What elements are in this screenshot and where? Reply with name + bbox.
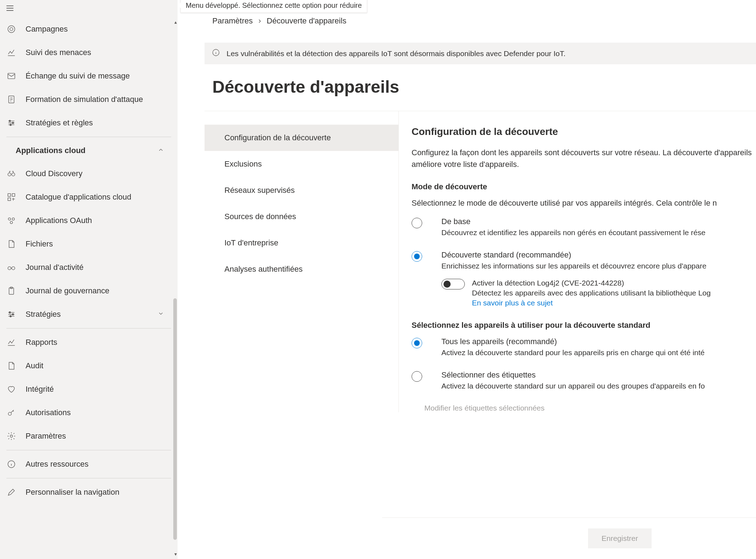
nav-label: Personnaliser la navigation xyxy=(26,488,119,497)
detail-heading: Configuration de la découverte xyxy=(412,126,756,137)
nav-group-label: Applications cloud xyxy=(16,146,86,155)
clipboard-icon xyxy=(6,286,16,296)
subnav-sources[interactable]: Sources de données xyxy=(205,203,398,230)
spectacles-icon xyxy=(6,262,16,272)
radio-basic[interactable] xyxy=(412,218,422,228)
mail-swap-icon xyxy=(6,71,16,81)
detail-panel: Configuration de la découverte Configure… xyxy=(398,111,756,412)
subnav-exclusions[interactable]: Exclusions xyxy=(205,151,398,177)
nav-divider xyxy=(6,450,171,450)
scope-option-all[interactable]: Tous les appareils (recommandé) Activez … xyxy=(412,337,756,357)
nav-item-personnaliser-nav[interactable]: Personnaliser la navigation xyxy=(6,481,171,504)
target-icon xyxy=(6,24,16,34)
scroll-arrow-down-icon[interactable]: ▾ xyxy=(174,551,177,557)
nav-item-integrite[interactable]: Intégrité xyxy=(6,378,171,401)
nav-label: Journal d'activité xyxy=(26,263,83,272)
chevron-right-icon: › xyxy=(259,16,261,26)
subnav-reseaux[interactable]: Réseaux supervisés xyxy=(205,177,398,203)
mode-option-basic[interactable]: De base Découvrez et identifiez les appa… xyxy=(412,217,756,237)
tooltip-text: Menu développé. Sélectionnez cette optio… xyxy=(186,1,362,9)
nav-item-journal-gouvernance[interactable]: Journal de gouvernance xyxy=(6,279,171,303)
nav-label: Journal de gouvernance xyxy=(26,286,109,295)
radio-standard[interactable] xyxy=(412,251,422,262)
gear-icon xyxy=(6,431,16,441)
option-title: Sélectionner des étiquettes xyxy=(441,370,705,380)
nav-item-oauth-apps[interactable]: Applications OAuth xyxy=(6,209,171,232)
nav-item-journal-activite[interactable]: Journal d'activité xyxy=(6,256,171,279)
heart-icon xyxy=(6,384,16,394)
nav-item-parametres[interactable]: Paramètres xyxy=(6,424,171,448)
doc-arrow-icon xyxy=(6,94,16,104)
nav-divider xyxy=(6,478,171,478)
breadcrumb-root[interactable]: Paramètres xyxy=(212,16,253,26)
subnav-configuration[interactable]: Configuration de la découverte xyxy=(205,125,398,151)
nav-item-catalogue-apps[interactable]: Catalogue d'applications cloud xyxy=(6,185,171,209)
toggle-title: Activer la détection Log4j2 (CVE-2021-44… xyxy=(472,279,711,287)
file-icon xyxy=(6,361,16,371)
option-desc: Enrichissez les informations sur les app… xyxy=(441,262,711,270)
nav-item-strategies[interactable]: Stratégies xyxy=(6,303,171,326)
oauth-icon xyxy=(6,216,16,226)
chevron-down-icon xyxy=(158,310,164,319)
info-icon xyxy=(212,48,220,59)
option-title: Tous les appareils (recommandé) xyxy=(441,337,705,346)
nav-item-campagnes[interactable]: Campagnes xyxy=(6,17,171,41)
option-desc: Découvrez et identifiez les appareils no… xyxy=(441,228,706,237)
nav-item-autorisations[interactable]: Autorisations xyxy=(6,401,171,424)
nav-item-echange-message[interactable]: Échange du suivi de message xyxy=(6,64,171,88)
binoculars-icon xyxy=(6,169,16,179)
mode-option-standard[interactable]: Découverte standard (recommandée) Enrich… xyxy=(412,250,756,307)
sliders-icon xyxy=(6,118,16,128)
nav-group-applications-cloud[interactable]: Applications cloud xyxy=(6,139,171,162)
log4j-toggle[interactable] xyxy=(441,279,465,289)
nav-item-suivi-menaces[interactable]: Suivi des menaces xyxy=(6,41,171,64)
save-button[interactable]: Enregistrer xyxy=(588,528,652,548)
page-title: Découverte d'appareils xyxy=(178,64,756,111)
nav-label: Autorisations xyxy=(26,408,71,417)
subnav-analyses[interactable]: Analyses authentifiées xyxy=(205,256,398,282)
nav-label: Suivi des menaces xyxy=(26,48,91,57)
edit-tags-link: Modifier les étiquettes sélectionnées xyxy=(424,404,756,412)
nav-item-strategies-regles[interactable]: Stratégies et règles xyxy=(6,111,171,135)
nav-item-audit[interactable]: Audit xyxy=(6,354,171,378)
grid-plus-icon xyxy=(6,192,16,202)
settings-subnav: Configuration de la découverte Exclusion… xyxy=(205,111,398,412)
nav-label: Audit xyxy=(26,361,43,370)
pencil-icon xyxy=(6,487,16,497)
scroll-arrow-up-icon[interactable]: ▴ xyxy=(174,19,177,25)
line-chart-icon xyxy=(6,337,16,347)
mode-section-label: Mode de découverte xyxy=(412,182,756,191)
nav-label: Stratégies xyxy=(26,310,61,319)
info-bar: Les vulnérabilités et la détection des a… xyxy=(205,43,756,64)
nav-divider xyxy=(6,328,171,329)
nav-label: Formation de simulation d'attaque xyxy=(26,95,143,104)
hamburger-menu-button[interactable] xyxy=(0,0,178,17)
nav-item-fichiers[interactable]: Fichiers xyxy=(6,232,171,256)
radio-select-tags[interactable] xyxy=(412,371,422,382)
scrollbar-thumb[interactable] xyxy=(173,298,177,540)
subnav-iot[interactable]: IoT d'entreprise xyxy=(205,230,398,256)
nav-item-autres-ressources[interactable]: Autres ressources xyxy=(6,452,171,476)
chevron-up-icon xyxy=(158,146,164,155)
radio-all-devices[interactable] xyxy=(412,338,422,348)
sidebar: Campagnes Suivi des menaces Échange du s… xyxy=(0,0,178,559)
nav-divider xyxy=(6,137,171,137)
nav-label: Rapports xyxy=(26,338,57,347)
detail-lead: Configurez la façon dont les appareils s… xyxy=(412,147,756,170)
sliders-icon xyxy=(6,309,16,319)
breadcrumb-current: Découverte d'appareils xyxy=(267,16,346,26)
mode-section-desc: Sélectionnez le mode de découverte utili… xyxy=(412,199,756,208)
scope-option-tags[interactable]: Sélectionner des étiquettes Activez la d… xyxy=(412,370,756,390)
learn-more-link[interactable]: En savoir plus à ce sujet xyxy=(472,299,553,307)
nav-label: Paramètres xyxy=(26,432,66,441)
nav-item-simulation-attaque[interactable]: Formation de simulation d'attaque xyxy=(6,88,171,111)
key-icon xyxy=(6,408,16,418)
info-icon xyxy=(6,459,16,469)
nav-label: Cloud Discovery xyxy=(26,169,82,178)
option-title: Découverte standard (recommandée) xyxy=(441,250,711,260)
option-desc: Activez la découverte standard pour les … xyxy=(441,348,705,357)
nav-item-cloud-discovery[interactable]: Cloud Discovery xyxy=(6,162,171,185)
nav-label: Intégrité xyxy=(26,385,54,394)
nav-item-rapports[interactable]: Rapports xyxy=(6,331,171,354)
nav-label: Applications OAuth xyxy=(26,216,92,225)
